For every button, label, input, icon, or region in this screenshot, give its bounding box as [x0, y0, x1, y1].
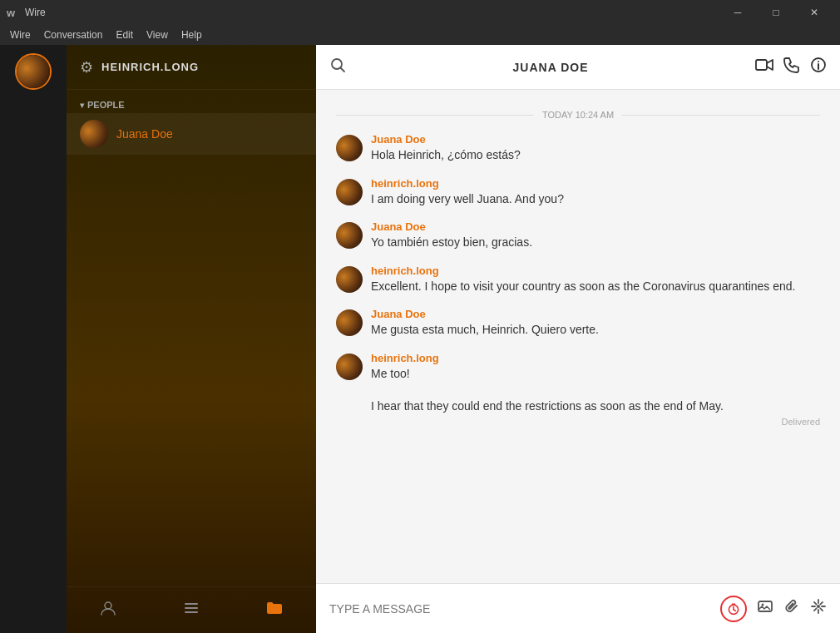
msg-status-6: Delivered [371, 417, 820, 427]
sidebar-bottom-nav [67, 586, 316, 633]
msg-text-2: I am doing very well Juana. And you? [371, 191, 820, 208]
msg-text-1: Hola Heinrich, ¿cómo estás? [371, 147, 820, 164]
chat-header-actions [755, 57, 827, 77]
chat-contact-title: JUANA DOE [356, 61, 745, 74]
message-group-1: Juana Doe Hola Heinrich, ¿cómo estás? [336, 133, 820, 164]
svg-point-10 [818, 61, 819, 62]
msg-text-6: Me too! I hear that they could end the r… [371, 366, 820, 415]
video-call-icon[interactable] [755, 57, 773, 77]
chat-search-icon[interactable] [329, 57, 346, 77]
menu-view[interactable]: View [140, 25, 175, 45]
sidebar-header: ⚙ HEINRICH.LONG [67, 45, 316, 90]
msg-text-4: Excellent. I hope to visit your country … [371, 279, 820, 295]
msg-sender-4: heinrich.long [371, 265, 820, 277]
msg-content-3: Juana Doe Yo también estoy bien, gracias… [371, 220, 820, 251]
self-avatar-image [17, 55, 50, 88]
app-title: Wire [25, 7, 46, 18]
message-group-3: Juana Doe Yo también estoy bien, gracias… [336, 220, 820, 251]
svg-rect-2 [185, 603, 198, 605]
title-bar: w Wire ─ □ ✕ [0, 0, 840, 25]
maximize-button[interactable]: □ [757, 0, 795, 25]
people-section: ▾ PEOPLE Juana Doe [67, 90, 316, 161]
left-panel [0, 45, 67, 633]
message-input[interactable] [329, 602, 710, 616]
svg-point-16 [762, 604, 764, 606]
msg-content-4: heinrich.long Excellent. I hope to visit… [371, 265, 820, 295]
messages-area[interactable]: TODAY 10:24 AM Juana Doe Hola Heinrich, … [316, 90, 840, 583]
sidebar: ⚙ HEINRICH.LONG ▾ PEOPLE Juana Doe [67, 45, 316, 633]
message-group-5: Juana Doe Me gusta esta much, Heinrich. … [336, 308, 820, 339]
nav-folder-icon[interactable] [265, 599, 284, 621]
svg-rect-7 [756, 60, 767, 70]
msg-sender-2: heinrich.long [371, 177, 820, 190]
window-controls: ─ □ ✕ [719, 0, 833, 25]
msg-avatar-6 [336, 354, 363, 380]
contact-name: Juana Doe [116, 127, 173, 141]
people-label: PEOPLE [87, 100, 125, 110]
menu-help[interactable]: Help [175, 25, 209, 45]
msg-text-3: Yo también estoy bien, gracias. [371, 235, 820, 251]
msg-text-5: Me gusta esta much, Heinrich. Quiero ver… [371, 322, 820, 339]
image-icon[interactable] [757, 598, 773, 619]
contact-avatar-image [80, 120, 108, 148]
settings-icon[interactable]: ⚙ [80, 58, 93, 77]
contact-avatar [80, 120, 108, 148]
nav-list-icon[interactable] [182, 599, 200, 621]
sparkle-icon[interactable] [810, 598, 827, 619]
wire-app-icon: w [7, 6, 20, 19]
contact-item-juana[interactable]: Juana Doe [67, 113, 316, 155]
info-icon[interactable] [810, 57, 827, 77]
svg-line-6 [341, 68, 345, 72]
menu-bar: Wire Conversation Edit View Help [0, 25, 840, 45]
message-group-2: heinrich.long I am doing very well Juana… [336, 177, 820, 208]
menu-wire[interactable]: Wire [3, 25, 37, 45]
msg-sender-3: Juana Doe [371, 220, 820, 233]
audio-call-icon[interactable] [783, 57, 800, 77]
message-group-4: heinrich.long Excellent. I hope to visit… [336, 265, 820, 295]
msg-avatar-1 [336, 135, 363, 161]
msg-avatar-3 [336, 222, 363, 249]
msg-content-1: Juana Doe Hola Heinrich, ¿cómo estás? [371, 133, 820, 164]
msg-content-5: Juana Doe Me gusta esta much, Heinrich. … [371, 308, 820, 339]
chat-area: JUANA DOE [316, 45, 840, 633]
people-section-header[interactable]: ▾ PEOPLE [67, 96, 316, 113]
msg-sender-1: Juana Doe [371, 133, 820, 146]
msg-avatar-4 [336, 266, 363, 293]
msg-sender-6: heinrich.long [371, 352, 820, 364]
date-divider: TODAY 10:24 AM [336, 110, 820, 120]
chat-input-area [316, 583, 840, 633]
msg-content-2: heinrich.long I am doing very well Juana… [371, 177, 820, 208]
svg-rect-4 [185, 611, 198, 613]
svg-point-17 [817, 605, 820, 608]
menu-edit[interactable]: Edit [109, 25, 140, 45]
msg-avatar-2 [336, 179, 363, 205]
minimize-button[interactable]: ─ [719, 0, 757, 25]
title-bar-left: w Wire [7, 6, 46, 19]
menu-conversation[interactable]: Conversation [37, 25, 110, 45]
svg-text:w: w [7, 7, 16, 19]
chevron-icon: ▾ [80, 101, 84, 110]
sidebar-username: HEINRICH.LONG [101, 61, 199, 73]
ephemeral-timer-icon[interactable] [720, 596, 747, 622]
chat-header: JUANA DOE [316, 45, 840, 90]
msg-content-6: heinrich.long Me too! I hear that they c… [371, 352, 820, 427]
svg-point-1 [105, 602, 111, 609]
app-body: ⚙ HEINRICH.LONG ▾ PEOPLE Juana Doe [0, 45, 840, 633]
msg-avatar-5 [336, 309, 363, 336]
attachment-icon[interactable] [783, 598, 800, 619]
msg-sender-5: Juana Doe [371, 308, 820, 320]
self-avatar[interactable] [15, 53, 52, 90]
close-button[interactable]: ✕ [795, 0, 833, 25]
svg-line-13 [734, 609, 735, 611]
nav-people-icon[interactable] [99, 599, 117, 621]
svg-rect-3 [185, 607, 198, 609]
message-group-6: heinrich.long Me too! I hear that they c… [336, 352, 820, 427]
